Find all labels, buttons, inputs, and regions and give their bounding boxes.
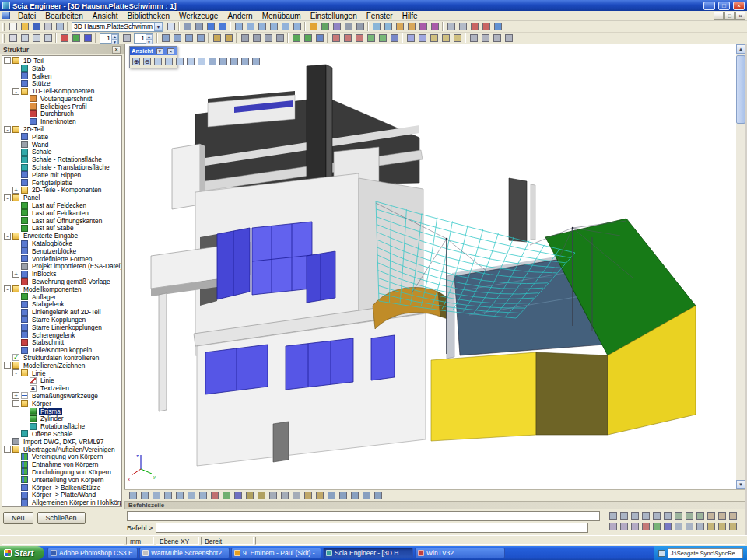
copy-picture-icon[interactable]	[349, 490, 360, 501]
support-icon[interactable]	[365, 33, 377, 44]
zoom-out-icon[interactable]: ⊖	[142, 56, 153, 67]
pan-icon[interactable]	[174, 56, 185, 67]
menu-bibliotheken[interactable]: Bibliotheken	[123, 11, 174, 21]
snap-tangent-icon[interactable]	[673, 511, 684, 521]
ucs-reset-icon[interactable]	[728, 522, 738, 532]
redraw-icon[interactable]	[251, 56, 261, 67]
ansicht-toolbar-header[interactable]: Ansicht ▼ ×	[130, 47, 177, 55]
dot-grid-icon[interactable]	[121, 33, 132, 44]
hidden-line-mode-icon[interactable]	[279, 490, 290, 501]
scale-spinner-x[interactable]: 1▲▼	[100, 33, 119, 44]
undo-view-icon[interactable]	[468, 33, 479, 44]
tree-item-starre-linienkopplungen[interactable]: Starre Linienkopplungen	[2, 324, 121, 331]
snap-perpendicular-icon[interactable]	[684, 511, 695, 521]
tree-item-platte-mit-rippen[interactable]: Platte mit Rippen	[2, 171, 121, 179]
tree-item-benutzerbl-cke[interactable]: Benutzerblöcke	[2, 247, 121, 255]
tree-item-1d-teil-komponenten[interactable]: -1D-Teil-Komponenten	[2, 87, 121, 95]
snap-midpoint-icon[interactable]	[640, 511, 651, 521]
viewstrip-zoom-window-icon[interactable]	[150, 490, 162, 501]
collapse-icon[interactable]: -	[4, 233, 11, 240]
tree-item-st-tze[interactable]: Stütze	[2, 79, 121, 87]
tree-item-erweiterte-eingabe[interactable]: -Erweiterte Eingabe	[2, 232, 121, 240]
tree-item-modellieren-zeichnen[interactable]: -Modellieren/Zeichnen	[2, 362, 121, 369]
hinge-icon[interactable]	[377, 33, 388, 44]
snap-nearest-icon[interactable]	[695, 511, 706, 521]
expand-icon[interactable]: +	[12, 187, 19, 194]
view-front-icon[interactable]	[207, 56, 218, 67]
load-case-icon[interactable]	[330, 33, 342, 44]
viewstrip-rotate-icon[interactable]	[197, 490, 209, 501]
snap-node-icon[interactable]	[619, 511, 630, 521]
deselect-all-icon[interactable]	[42, 33, 54, 44]
collapse-icon[interactable]: -	[4, 362, 11, 369]
tree-item-last-auf-feldkanten[interactable]: Last auf Feldkanten	[2, 209, 121, 217]
view-parameters-icon[interactable]	[325, 490, 337, 501]
new-button[interactable]: Neu	[3, 512, 33, 524]
tree-item-modellkomponenten[interactable]: -Modellkomponenten	[2, 285, 121, 293]
toolbar-grip[interactable]	[2, 23, 5, 31]
tree-item-platte[interactable]: Platte	[2, 133, 121, 141]
tree-item-schale[interactable]: Schale	[2, 149, 121, 156]
viewport-scrollbar[interactable]: ▲ ▼	[736, 44, 745, 489]
layers-icon[interactable]	[307, 21, 319, 32]
pan-icon[interactable]	[279, 21, 291, 32]
menu-fenster[interactable]: Fenster	[362, 11, 398, 21]
tree-item-bema-ungswerkzeuge[interactable]: +Bemaßungswerkzeuge	[2, 392, 121, 400]
print-preview-icon[interactable]	[54, 21, 65, 32]
snap-settings-icon[interactable]	[457, 21, 468, 32]
expand-icon[interactable]: +	[12, 271, 19, 278]
load-cases-icon[interactable]	[417, 21, 429, 32]
zoom-in-icon[interactable]	[256, 21, 268, 32]
clipping-toggle-icon[interactable]	[302, 490, 314, 501]
table-input-icon[interactable]	[428, 33, 440, 44]
activity-icon[interactable]	[319, 21, 331, 32]
tree-item-2d-teile-komponenten[interactable]: +2D-Teile - Komponenten	[2, 187, 121, 194]
load-panel-icon[interactable]	[342, 33, 353, 44]
tree-item-durchdringung-von-k-rpern[interactable]: Durchdringung von Körpern	[2, 468, 121, 476]
render-shaded-icon[interactable]	[262, 33, 274, 44]
snap-orthogonal-icon[interactable]	[706, 511, 717, 521]
tree-item-prisma[interactable]: Prisma	[2, 408, 121, 415]
settings-icon[interactable]	[503, 33, 514, 44]
tree-item-offene-schale[interactable]: Offene Schale	[2, 430, 121, 438]
collapse-icon[interactable]: -	[12, 88, 19, 95]
new-project-icon[interactable]	[7, 21, 19, 32]
tree-item-import-dwg-dxf-vrml97[interactable]: Import DWG, DXF, VRML97	[2, 438, 121, 446]
perspective-icon[interactable]	[354, 21, 366, 32]
tree-item-last-auf-st-be[interactable]: Last auf Stäbe	[2, 225, 121, 233]
zoom-in-icon[interactable]: ⊕	[131, 56, 142, 67]
view-side-icon[interactable]	[183, 33, 195, 44]
view-direction-z-icon[interactable]	[232, 490, 244, 501]
mdi-restore-button[interactable]: □	[724, 12, 735, 20]
view-top-icon[interactable]	[160, 33, 171, 44]
taskbar-task-9-eminem-paul-skit[interactable]: 9. Eminem - Paul (Skit) - ...	[231, 548, 321, 558]
snap-grid-icon[interactable]	[608, 511, 619, 521]
tree-item-last-auf-feldecken[interactable]: Last auf Feldecken	[2, 201, 121, 209]
help-icon[interactable]	[492, 21, 503, 32]
collapse-icon[interactable]: -	[12, 400, 19, 407]
tree-item-durchbruch[interactable]: Durchbruch	[2, 110, 121, 118]
expand-icon[interactable]: +	[12, 392, 19, 399]
tree-item-2d-teil[interactable]: -2D-Teil	[2, 125, 121, 133]
snap-center-icon[interactable]	[662, 511, 673, 521]
materials-icon[interactable]	[405, 21, 417, 32]
check-structure-icon[interactable]	[405, 33, 416, 44]
ucs-move-icon[interactable]	[706, 522, 717, 532]
tree-item-1d-teil[interactable]: -1D-Teil	[2, 57, 121, 65]
close-panel-button[interactable]: Schließen	[37, 512, 86, 524]
tree-item-schale-rotationsfl-che[interactable]: Schale - Rotationsfläche	[2, 156, 121, 163]
wireframe-icon[interactable]	[342, 21, 354, 32]
view-side-icon[interactable]	[229, 56, 240, 67]
viewstrip-pan-icon[interactable]	[185, 490, 197, 501]
viewstrip-zoom-all-icon[interactable]	[162, 490, 174, 501]
perspective-toggle-icon[interactable]	[255, 490, 267, 501]
tree-item-linie[interactable]: Linie	[2, 376, 121, 384]
tree-item-bertragen-aufteilen-vereinigen[interactable]: -Übertragen/Aufteilen/Vereinigen	[2, 446, 121, 453]
save-picture-icon[interactable]	[337, 490, 349, 501]
render-hidden-line-icon[interactable]	[251, 33, 262, 44]
libraries-icon[interactable]	[382, 21, 394, 32]
zoom-window-icon[interactable]	[244, 21, 256, 32]
calculator-icon[interactable]	[480, 21, 492, 32]
view-axo-icon[interactable]	[240, 56, 251, 67]
tree-item-projekt-importieren-esa-datei[interactable]: Projekt importieren (ESA-Datei)	[2, 263, 121, 271]
